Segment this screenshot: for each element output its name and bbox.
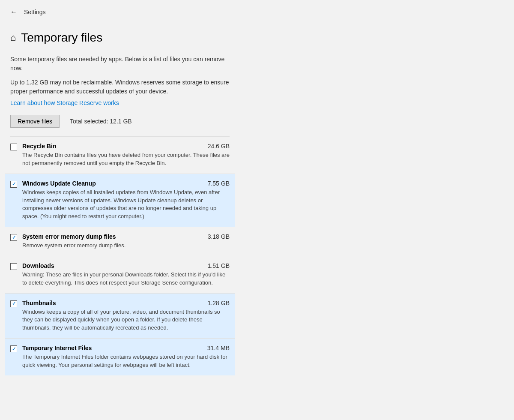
file-name: Downloads [22,262,54,269]
file-title-row: Thumbnails1.28 GB [22,300,230,306]
file-info: Windows Update Cleanup7.55 GBWindows kee… [22,180,230,221]
back-arrow-icon: ← [10,8,17,16]
page-title-row: ⌂ Temporary files [10,31,230,45]
file-item: Downloads1.51 GBWarning: These are files… [10,256,230,293]
learn-storage-reserve-link[interactable]: Learn about how Storage Reserve works [10,99,230,106]
total-selected-label: Total selected: 12.1 GB [70,118,132,125]
file-checkbox-5[interactable] [10,345,17,352]
file-info: Temporary Internet Files31.4 MBThe Tempo… [22,345,230,369]
file-info: Thumbnails1.28 GBWindows keeps a copy of… [22,300,230,333]
file-description: Remove system error memory dump files. [22,242,230,250]
file-title-row: Recycle Bin24.6 GB [22,143,230,150]
file-name: Recycle Bin [22,143,56,150]
file-checkbox-2[interactable] [10,234,17,241]
file-checkbox-3[interactable] [10,263,17,270]
file-info: Recycle Bin24.6 GBThe Recycle Bin contai… [22,143,230,168]
file-size: 7.55 GB [208,180,230,187]
content-area: ⌂ Temporary files Some temporary files a… [0,24,240,382]
file-checkbox-4[interactable] [10,300,17,307]
file-size: 3.18 GB [208,233,230,240]
file-size: 24.6 GB [208,143,230,150]
settings-label: Settings [24,9,46,15]
file-title-row: System error memory dump files3.18 GB [22,233,230,240]
header: ← Settings [0,0,514,24]
remove-files-button[interactable]: Remove files [10,115,60,128]
file-description: Warning: These are files in your persona… [22,271,230,287]
back-button[interactable]: ← [7,5,21,19]
checkbox-wrapper [10,345,22,352]
file-description: The Temporary Internet Files folder cont… [22,353,230,369]
file-item: System error memory dump files3.18 GBRem… [10,227,230,256]
file-info: Downloads1.51 GBWarning: These are files… [22,262,230,287]
checkbox-wrapper [10,300,22,307]
checkbox-wrapper [10,143,22,150]
file-size: 1.28 GB [208,300,230,306]
description-text: Some temporary files are needed by apps.… [10,55,230,73]
page-container: ← Settings ⌂ Temporary files Some tempor… [0,0,514,420]
file-name: System error memory dump files [22,233,116,240]
file-item: Recycle Bin24.6 GBThe Recycle Bin contai… [10,136,230,174]
file-description: Windows keeps a copy of all of your pict… [22,308,230,333]
file-title-row: Windows Update Cleanup7.55 GB [22,180,230,187]
file-name: Temporary Internet Files [22,345,92,351]
file-item: Thumbnails1.28 GBWindows keeps a copy of… [5,293,235,339]
file-item: Windows Update Cleanup7.55 GBWindows kee… [5,174,235,227]
file-list: Recycle Bin24.6 GBThe Recycle Bin contai… [10,136,230,375]
file-size: 1.51 GB [208,262,230,269]
checkbox-wrapper [10,180,22,188]
file-checkbox-1[interactable] [10,181,17,188]
file-description: The Recycle Bin contains files you have … [22,151,230,168]
file-description: Windows keeps copies of all installed up… [22,189,230,221]
file-name: Thumbnails [22,300,56,306]
file-title-row: Downloads1.51 GB [22,262,230,269]
page-title: Temporary files [21,31,102,45]
storage-reserve-text: Up to 1.32 GB may not be reclaimable. Wi… [10,78,230,96]
action-row: Remove files Total selected: 12.1 GB [10,115,230,128]
file-info: System error memory dump files3.18 GBRem… [22,233,230,250]
file-name: Windows Update Cleanup [22,180,96,187]
file-item: Temporary Internet Files31.4 MBThe Tempo… [5,338,235,375]
file-checkbox-0[interactable] [10,144,17,150]
checkbox-wrapper [10,262,22,270]
file-title-row: Temporary Internet Files31.4 MB [22,345,230,351]
home-icon: ⌂ [10,32,16,43]
checkbox-wrapper [10,233,22,241]
file-size: 31.4 MB [207,345,230,351]
